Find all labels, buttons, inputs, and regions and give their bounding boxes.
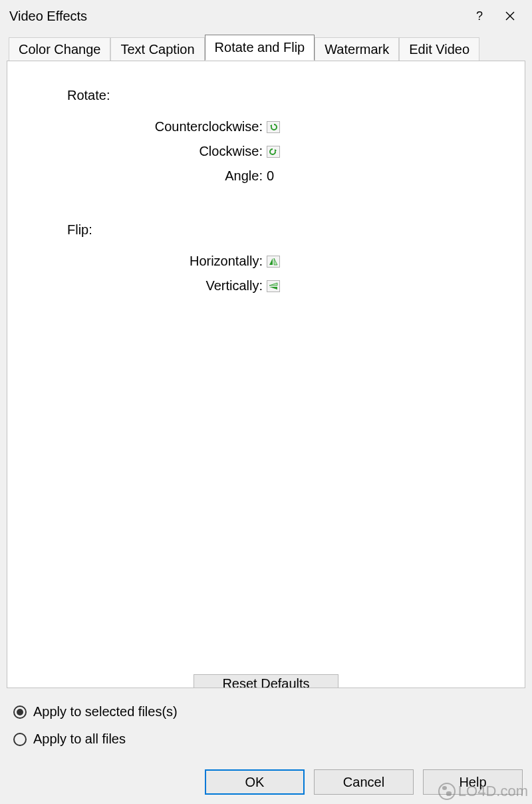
site-watermark: LO4D.com	[438, 783, 528, 800]
flip-vertical-icon	[269, 282, 278, 290]
tab-label: Rotate and Flip	[215, 40, 305, 55]
tabstrip: Color Change Text Caption Rotate and Fli…	[2, 35, 530, 61]
help-button[interactable]: ?	[464, 5, 495, 27]
tab-label: Color Change	[19, 42, 100, 57]
cancel-button[interactable]: Cancel	[314, 769, 414, 795]
tab-label: Edit Video	[409, 42, 469, 57]
rotate-ccw-icon	[269, 123, 278, 131]
reset-defaults-button[interactable]: Reset Defaults	[194, 674, 338, 688]
cancel-label: Cancel	[343, 775, 384, 790]
watermark-text: LO4D.com	[458, 783, 528, 800]
radio-icon	[13, 705, 27, 719]
apply-all-label: Apply to all files	[33, 731, 126, 747]
close-button[interactable]	[495, 5, 525, 27]
rotate-section-label: Rotate:	[67, 88, 485, 103]
rotate-cw-button[interactable]	[267, 146, 280, 158]
tab-text-caption[interactable]: Text Caption	[110, 37, 204, 61]
dialog-title: Video Effects	[9, 9, 464, 24]
panel-content: Rotate: Counterclockwise: Clockwise:	[7, 61, 525, 294]
row-angle: Angle: 0	[67, 168, 485, 184]
flip-horizontal-label: Horizontally:	[67, 254, 267, 269]
video-effects-dialog: Video Effects ? Color Change Text Captio…	[0, 0, 532, 804]
radio-apply-selected[interactable]: Apply to selected files(s)	[13, 704, 523, 719]
rotate-ccw-button[interactable]	[267, 121, 280, 133]
radio-apply-all[interactable]: Apply to all files	[13, 731, 523, 747]
flip-horizontal-button[interactable]	[267, 256, 280, 268]
rotate-cw-icon	[269, 148, 278, 156]
question-icon: ?	[476, 9, 483, 23]
tab-panel: Rotate: Counterclockwise: Clockwise:	[7, 61, 525, 688]
clockwise-label: Clockwise:	[67, 144, 267, 159]
angle-label: Angle:	[67, 168, 267, 184]
reset-row: Reset Defaults	[7, 670, 525, 688]
flip-vertical-label: Vertically:	[67, 278, 267, 294]
tab-area: Color Change Text Caption Rotate and Fli…	[0, 31, 532, 688]
flip-horizontal-icon	[269, 258, 278, 266]
tab-label: Text Caption	[120, 42, 194, 57]
flip-section-label: Flip:	[67, 222, 485, 238]
tab-rotate-flip[interactable]: Rotate and Flip	[205, 35, 315, 61]
ok-button[interactable]: OK	[205, 769, 305, 795]
tab-edit-video[interactable]: Edit Video	[399, 37, 479, 61]
close-icon	[505, 11, 515, 21]
tab-watermark[interactable]: Watermark	[315, 37, 399, 61]
row-flip-horizontal: Horizontally:	[67, 254, 485, 269]
globe-icon	[438, 783, 456, 800]
ok-label: OK	[245, 775, 265, 790]
counterclockwise-label: Counterclockwise:	[67, 119, 267, 134]
row-clockwise: Clockwise:	[67, 144, 485, 159]
row-counterclockwise: Counterclockwise:	[67, 119, 485, 134]
tab-label: Watermark	[325, 42, 389, 57]
flip-vertical-button[interactable]	[267, 280, 280, 292]
titlebar: Video Effects ?	[0, 0, 532, 31]
angle-value: 0	[267, 168, 293, 184]
radio-icon	[13, 733, 27, 746]
tab-color-change[interactable]: Color Change	[9, 37, 110, 61]
reset-defaults-label: Reset Defaults	[222, 676, 309, 688]
row-flip-vertical: Vertically:	[67, 278, 485, 294]
apply-selected-label: Apply to selected files(s)	[33, 704, 178, 719]
